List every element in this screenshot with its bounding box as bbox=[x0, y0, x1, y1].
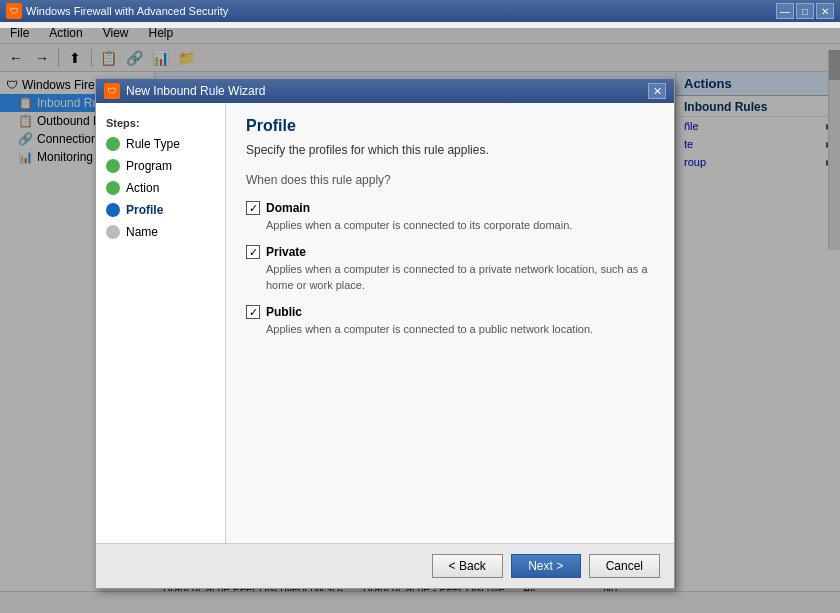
private-description: Applies when a computer is connected to … bbox=[266, 262, 654, 293]
app-icon: 🛡 bbox=[6, 3, 22, 19]
step-label-name: Name bbox=[126, 225, 158, 239]
dialog-title-bar: 🛡 New Inbound Rule Wizard ✕ bbox=[96, 79, 674, 103]
page-title: Profile bbox=[246, 117, 654, 135]
step-label-rule-type: Rule Type bbox=[126, 137, 180, 151]
title-bar: 🛡 Windows Firewall with Advanced Securit… bbox=[0, 0, 840, 22]
domain-checkbox[interactable]: ✓ bbox=[246, 201, 260, 215]
steps-label: Steps: bbox=[96, 113, 225, 133]
step-dot-profile bbox=[106, 203, 120, 217]
window-title: Windows Firewall with Advanced Security bbox=[26, 5, 772, 17]
dialog-steps-panel: Steps: Rule Type Program Action Profile bbox=[96, 103, 226, 543]
dialog-close-button[interactable]: ✕ bbox=[648, 83, 666, 99]
dialog-icon: 🛡 bbox=[104, 83, 120, 99]
public-checkbox-item: ✓ Public Applies when a computer is conn… bbox=[246, 305, 654, 337]
domain-description: Applies when a computer is connected to … bbox=[266, 218, 654, 233]
step-label-program: Program bbox=[126, 159, 172, 173]
step-label-profile: Profile bbox=[126, 203, 163, 217]
domain-row: ✓ Domain bbox=[246, 201, 654, 215]
new-inbound-rule-dialog: 🛡 New Inbound Rule Wizard ✕ Steps: Rule … bbox=[95, 78, 675, 589]
back-button[interactable]: < Back bbox=[432, 554, 503, 578]
dialog-title: New Inbound Rule Wizard bbox=[126, 84, 642, 98]
minimize-button[interactable]: — bbox=[776, 3, 794, 19]
question-text: When does this rule apply? bbox=[246, 173, 654, 187]
domain-checkbox-item: ✓ Domain Applies when a computer is conn… bbox=[246, 201, 654, 233]
cancel-button[interactable]: Cancel bbox=[589, 554, 660, 578]
step-action[interactable]: Action bbox=[96, 177, 225, 199]
step-dot-program bbox=[106, 159, 120, 173]
dialog-overlay: 🛡 New Inbound Rule Wizard ✕ Steps: Rule … bbox=[0, 28, 840, 613]
private-label: Private bbox=[266, 245, 306, 259]
dialog-footer: < Back Next > Cancel bbox=[96, 543, 674, 588]
window-controls: — □ ✕ bbox=[776, 3, 834, 19]
step-program[interactable]: Program bbox=[96, 155, 225, 177]
step-dot-rule-type bbox=[106, 137, 120, 151]
page-subtitle: Specify the profiles for which this rule… bbox=[246, 143, 654, 157]
public-checkbox[interactable]: ✓ bbox=[246, 305, 260, 319]
dialog-content-panel: Profile Specify the profiles for which t… bbox=[226, 103, 674, 543]
dialog-body: Steps: Rule Type Program Action Profile bbox=[96, 103, 674, 543]
private-row: ✓ Private bbox=[246, 245, 654, 259]
close-button[interactable]: ✕ bbox=[816, 3, 834, 19]
private-checkbox-item: ✓ Private Applies when a computer is con… bbox=[246, 245, 654, 293]
step-dot-name bbox=[106, 225, 120, 239]
maximize-button[interactable]: □ bbox=[796, 3, 814, 19]
step-name[interactable]: Name bbox=[96, 221, 225, 243]
public-label: Public bbox=[266, 305, 302, 319]
step-dot-action bbox=[106, 181, 120, 195]
public-row: ✓ Public bbox=[246, 305, 654, 319]
public-description: Applies when a computer is connected to … bbox=[266, 322, 654, 337]
next-button[interactable]: Next > bbox=[511, 554, 581, 578]
step-label-action: Action bbox=[126, 181, 159, 195]
step-profile[interactable]: Profile bbox=[96, 199, 225, 221]
step-rule-type[interactable]: Rule Type bbox=[96, 133, 225, 155]
private-checkbox[interactable]: ✓ bbox=[246, 245, 260, 259]
domain-label: Domain bbox=[266, 201, 310, 215]
checkbox-group: ✓ Domain Applies when a computer is conn… bbox=[246, 201, 654, 338]
